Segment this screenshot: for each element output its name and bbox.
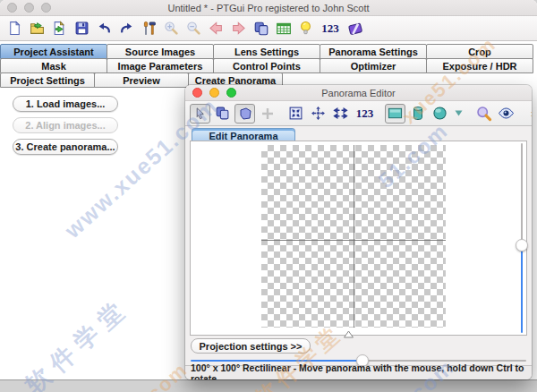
new-project-icon[interactable] (5, 19, 24, 38)
main-tabs: Project Assistant Source Images Lens Set… (0, 41, 537, 88)
panorama-transparency-canvas[interactable] (261, 145, 446, 328)
tab-lens-settings[interactable]: Lens Settings (213, 44, 320, 59)
editor-window-title: Panorama Editor (185, 88, 532, 98)
table-view-icon[interactable] (274, 19, 293, 38)
projection-settings-button[interactable]: Projection settings >> (191, 338, 311, 354)
tab-source-images[interactable]: Source Images (107, 44, 214, 59)
projection-dropdown-icon[interactable] (452, 104, 465, 124)
show-blended-icon[interactable] (234, 104, 255, 124)
hint-lightbulb-icon[interactable] (296, 19, 315, 38)
panorama-editor-window: Panorama Editor (185, 85, 532, 379)
tools-icon[interactable] (140, 19, 158, 38)
editor-titlebar[interactable]: Panorama Editor (185, 85, 532, 101)
help-book-icon[interactable] (345, 19, 364, 38)
rotation-handle-icon[interactable] (343, 326, 354, 342)
center-guide-horizontal (261, 240, 446, 241)
vslider-track-lower (521, 245, 523, 333)
align-images-button: 2. Align images... (13, 117, 118, 133)
editor-status-text: 100° x 100° Rectilinear - Move panorama … (191, 362, 532, 380)
redo-icon[interactable] (117, 19, 136, 38)
show-images-icon[interactable] (212, 104, 233, 124)
editor-toolbar: 123 » (185, 101, 532, 126)
spherical-projection-icon[interactable] (430, 104, 450, 124)
cylindrical-projection-icon[interactable] (407, 104, 428, 124)
numbers-label: 123 (321, 21, 339, 36)
fit-window-icon[interactable] (286, 104, 306, 124)
tab-exposure-hdr[interactable]: Exposure / HDR (426, 58, 533, 73)
undo-icon[interactable] (95, 19, 114, 38)
previous-image-icon[interactable] (207, 19, 226, 38)
tab-crop[interactable]: Crop (426, 44, 533, 59)
copy-images-icon[interactable] (251, 19, 270, 38)
load-images-button[interactable]: 1. Load images... (13, 96, 118, 112)
rectilinear-projection-icon[interactable] (385, 104, 405, 124)
tab-project-assistant[interactable]: Project Assistant (0, 44, 107, 59)
tab-row-1: Project Assistant Source Images Lens Set… (0, 45, 537, 59)
editor-status-bar: 100° x 100° Rectilinear - Move panorama … (185, 365, 532, 379)
desktop: Untitled * - PTGui Pro registered to Joh… (0, 0, 537, 392)
tab-image-parameters[interactable]: Image Parameters (107, 58, 214, 73)
tab-project-settings[interactable]: Project Settings (0, 72, 95, 88)
save-project-icon[interactable] (72, 19, 91, 38)
panorama-canvas-pane[interactable] (190, 141, 527, 336)
toolbar-overflow-icon[interactable]: » (531, 107, 532, 120)
tab-row-2: Mask Image Parameters Control Points Opt… (0, 59, 537, 73)
editor-numbers-icon[interactable]: 123 (353, 104, 377, 124)
open-project-icon[interactable] (28, 19, 47, 38)
tab-preview[interactable]: Preview (94, 72, 189, 88)
create-panorama-button[interactable]: 3. Create panorama... (13, 139, 118, 155)
main-toolbar: 123 (0, 16, 537, 41)
window-title: Untitled * - PTGui Pro registered to Joh… (0, 3, 537, 13)
numbers-icon[interactable]: 123 (319, 19, 342, 38)
vslider-thumb[interactable] (516, 239, 528, 251)
tab-mask[interactable]: Mask (0, 58, 107, 73)
vslider-track-upper (521, 143, 523, 245)
vertical-fov-slider[interactable] (516, 143, 528, 333)
tab-control-points[interactable]: Control Points (213, 58, 320, 73)
center-point-icon[interactable] (308, 104, 328, 124)
import-images-icon[interactable] (50, 19, 69, 38)
main-titlebar[interactable]: Untitled * - PTGui Pro registered to Joh… (0, 0, 537, 16)
editor-zoom-icon[interactable] (473, 104, 494, 124)
tab-panorama-settings[interactable]: Panorama Settings (320, 44, 427, 59)
next-image-icon[interactable] (229, 19, 248, 38)
preview-eye-icon[interactable] (496, 104, 516, 124)
zoom-out-icon[interactable] (184, 19, 203, 38)
tab-optimizer[interactable]: Optimizer (320, 58, 427, 73)
straighten-icon[interactable] (330, 104, 351, 124)
zoom-in-icon[interactable] (162, 19, 181, 38)
crosshair-icon (257, 104, 277, 124)
center-guide-vertical (354, 145, 354, 328)
select-arrow-icon[interactable] (190, 104, 210, 124)
editor-numbers-label: 123 (356, 107, 374, 121)
